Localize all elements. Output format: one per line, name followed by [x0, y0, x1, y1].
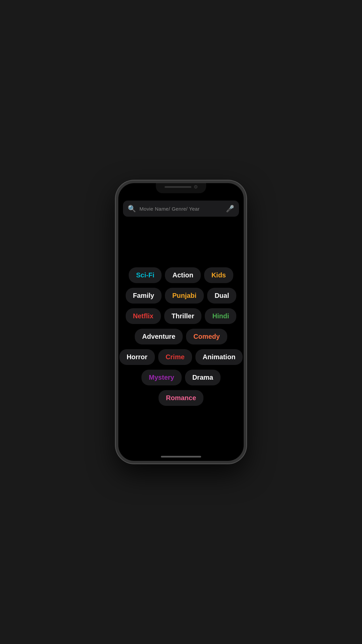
- genre-tag-comedy[interactable]: Comedy: [186, 329, 227, 344]
- genre-tag-action[interactable]: Action: [165, 267, 200, 283]
- phone-device: 🔍 Movie Name/ Genre/ Year 🎤 Sci-FiAction…: [116, 180, 246, 464]
- search-bar[interactable]: 🔍 Movie Name/ Genre/ Year 🎤: [123, 201, 239, 217]
- genre-tag-mystery[interactable]: Mystery: [141, 370, 182, 385]
- search-icon: 🔍: [128, 205, 136, 213]
- genre-tag-hindi[interactable]: Hindi: [205, 308, 236, 324]
- front-camera: [194, 185, 197, 189]
- genre-tag-netflix[interactable]: Netflix: [126, 308, 161, 324]
- genre-cloud: Sci-FiActionKidsFamilyPunjabiDualNetflix…: [122, 267, 240, 406]
- genre-tag-dual[interactable]: Dual: [207, 288, 236, 304]
- genre-row-1: FamilyPunjabiDual: [126, 288, 237, 304]
- genre-row-2: NetflixThrillerHindi: [126, 308, 237, 324]
- main-content: Sci-FiActionKidsFamilyPunjabiDualNetflix…: [118, 219, 244, 453]
- genre-tag-thriller[interactable]: Thriller: [164, 308, 202, 324]
- home-bar: [161, 456, 201, 458]
- genre-tag-animation[interactable]: Animation: [195, 349, 243, 365]
- genre-tag-family[interactable]: Family: [126, 288, 162, 304]
- search-input[interactable]: Movie Name/ Genre/ Year: [139, 206, 223, 212]
- genre-tag-sci-fi[interactable]: Sci-Fi: [129, 267, 162, 283]
- genre-row-5: MysteryDrama: [141, 370, 221, 385]
- genre-row-3: AdventureComedy: [135, 329, 227, 344]
- genre-row-6: Romance: [159, 390, 203, 406]
- genre-tag-adventure[interactable]: Adventure: [135, 329, 183, 344]
- notch-pill: [165, 186, 191, 188]
- genre-row-4: HorrorCrimeAnimation: [119, 349, 243, 365]
- genre-tag-horror[interactable]: Horror: [119, 349, 155, 365]
- home-indicator: [118, 453, 244, 461]
- mic-icon[interactable]: 🎤: [226, 205, 234, 213]
- phone-screen: 🔍 Movie Name/ Genre/ Year 🎤 Sci-FiAction…: [118, 183, 244, 461]
- genre-row-0: Sci-FiActionKids: [129, 267, 233, 283]
- genre-tag-romance[interactable]: Romance: [159, 390, 203, 406]
- genre-tag-drama[interactable]: Drama: [185, 370, 221, 385]
- genre-tag-kids[interactable]: Kids: [204, 267, 233, 283]
- notch: [156, 183, 206, 193]
- genre-tag-crime[interactable]: Crime: [158, 349, 192, 365]
- genre-tag-punjabi[interactable]: Punjabi: [165, 288, 204, 304]
